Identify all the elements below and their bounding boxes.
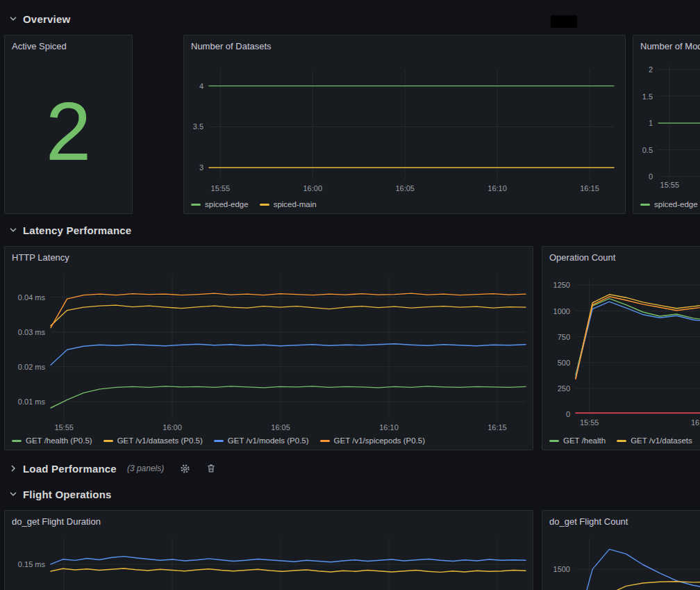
panel-number-of-datasets: Number of Datasets 15:5516:0016:0516:101… <box>183 35 626 214</box>
panel-title-http-latency[interactable]: HTTP Latency <box>12 252 69 263</box>
panel-title-operation-count[interactable]: Operation Count <box>549 252 615 263</box>
panel-operation-count: Operation Count 15:5516:0016:0516:1016:1… <box>542 246 700 450</box>
svg-text:3: 3 <box>199 163 203 172</box>
svg-text:0.03 ms: 0.03 ms <box>18 328 46 336</box>
section-header-latency-performance[interactable]: Latency Performance <box>8 222 131 238</box>
number-of-models-chart[interactable]: 15:5516:0016:0516:1016:1500.511.52 <box>633 62 700 214</box>
svg-text:1500: 1500 <box>553 565 570 573</box>
chevron-down-icon <box>8 225 18 235</box>
panel-number-of-models: Number of Models 15:5516:0016:0516:1016:… <box>633 35 700 214</box>
svg-text:16:05: 16:05 <box>395 184 415 192</box>
svg-text:0.5: 0.5 <box>642 146 653 154</box>
svg-text:0.15 ms: 0.15 ms <box>18 560 46 568</box>
svg-text:2: 2 <box>649 65 653 74</box>
legend-item[interactable]: GET /v1/spicepods (P0.5) <box>320 436 425 445</box>
panel-active-spiced: Active Spiced 2 <box>4 35 133 214</box>
chevron-down-icon <box>8 14 18 24</box>
operation-count-chart[interactable]: 15:5516:0016:0516:1016:15025050075010001… <box>542 273 700 446</box>
svg-text:500: 500 <box>558 359 570 367</box>
section-title-overview: Overview <box>23 13 70 25</box>
svg-text:16:05: 16:05 <box>271 423 290 432</box>
panel-title-number-of-models[interactable]: Number of Models <box>640 41 700 51</box>
svg-text:0.04 ms: 0.04 ms <box>18 293 46 302</box>
svg-text:15:55: 15:55 <box>660 181 680 189</box>
legend-item[interactable]: GET /health <box>549 436 606 445</box>
http-latency-chart[interactable]: 15:5516:0016:0516:1016:150.01 ms0.02 ms0… <box>5 273 534 446</box>
section-panel-count: (3 panels) <box>127 464 164 473</box>
section-settings-button[interactable] <box>180 464 190 474</box>
legend-item[interactable]: GET /health (P0.5) <box>12 436 92 445</box>
chart-legend: GET /health (P0.5)GET /v1/datasets (P0.5… <box>12 436 425 445</box>
svg-text:0: 0 <box>649 172 653 181</box>
trash-icon <box>206 464 216 473</box>
gear-icon <box>180 464 190 474</box>
legend-item[interactable]: GET /v1/models (P0.5) <box>214 436 309 445</box>
chart-legend: spiced-edge <box>640 200 698 208</box>
svg-text:16:15: 16:15 <box>580 184 599 192</box>
svg-text:0: 0 <box>566 410 570 418</box>
svg-text:15:55: 15:55 <box>580 418 599 427</box>
panel-title-do-get-flight-count[interactable]: do_get Flight Count <box>549 516 628 527</box>
panel-title-active-spiced[interactable]: Active Spiced <box>12 41 67 51</box>
legend-item[interactable]: spiced-edge <box>640 200 698 208</box>
section-title-latency-performance: Latency Performance <box>23 224 131 236</box>
svg-text:1000: 1000 <box>553 307 570 316</box>
svg-text:0.01 ms: 0.01 ms <box>18 398 46 406</box>
legend-item[interactable]: GET /v1/datasets (P0.5) <box>103 436 203 445</box>
svg-text:0.02 ms: 0.02 ms <box>18 363 46 371</box>
svg-text:16:15: 16:15 <box>488 423 507 432</box>
section-delete-button[interactable] <box>206 464 216 473</box>
do-get-flight-duration-chart[interactable]: 15:5516:0016:0516:1016:150.15 ms <box>5 537 534 590</box>
panel-http-latency: HTTP Latency 15:5516:0016:0516:1016:150.… <box>4 246 533 450</box>
svg-text:15:55: 15:55 <box>211 184 231 192</box>
panel-do-get-flight-count: do_get Flight Count 15:5516:0016:0516:10… <box>542 510 700 590</box>
svg-text:750: 750 <box>558 333 570 341</box>
dashboard: Overview Active Spiced 2 Number of Datas… <box>0 0 700 590</box>
section-header-overview[interactable]: Overview <box>8 11 70 26</box>
chart-legend: GET /healthGET /v1/datasetsGET /v1/model… <box>549 436 700 445</box>
dark-overlay-artifact <box>551 15 577 28</box>
svg-text:15:55: 15:55 <box>54 423 74 432</box>
svg-text:16:00: 16:00 <box>691 418 700 427</box>
panel-do-get-flight-duration: do_get Flight Duration 15:5516:0016:0516… <box>4 510 533 590</box>
svg-text:16:10: 16:10 <box>379 423 399 432</box>
legend-item[interactable]: spiced-main <box>260 200 317 208</box>
chevron-right-icon <box>8 464 18 473</box>
section-header-load-performance[interactable]: Load Performance (3 panels) <box>8 461 216 476</box>
svg-text:1250: 1250 <box>553 281 570 289</box>
stat-value-active-spiced: 2 <box>46 90 92 172</box>
panel-title-number-of-datasets[interactable]: Number of Datasets <box>191 41 272 51</box>
section-title-flight-operations: Flight Operations <box>23 489 112 500</box>
svg-text:250: 250 <box>558 384 570 393</box>
do-get-flight-count-chart[interactable]: 15:5516:0016:0516:1016:1515001000 <box>542 537 700 590</box>
chevron-down-icon <box>8 489 18 499</box>
svg-text:1: 1 <box>649 119 653 127</box>
legend-item[interactable]: spiced-edge <box>191 200 249 208</box>
svg-text:16:00: 16:00 <box>162 423 182 432</box>
section-title-load-performance: Load Performance <box>23 463 117 475</box>
panel-title-do-get-flight-duration[interactable]: do_get Flight Duration <box>12 516 101 527</box>
svg-text:16:00: 16:00 <box>303 184 322 192</box>
svg-text:1.5: 1.5 <box>642 92 653 101</box>
legend-item[interactable]: GET /v1/datasets <box>617 436 692 445</box>
section-header-flight-operations[interactable]: Flight Operations <box>8 486 112 502</box>
svg-text:4: 4 <box>199 82 203 90</box>
number-of-datasets-chart[interactable]: 15:5516:0016:0516:1016:1533.54 <box>184 62 626 214</box>
svg-text:3.5: 3.5 <box>193 122 203 131</box>
chart-legend: spiced-edgespiced-main <box>191 200 317 208</box>
svg-text:16:10: 16:10 <box>488 184 507 192</box>
